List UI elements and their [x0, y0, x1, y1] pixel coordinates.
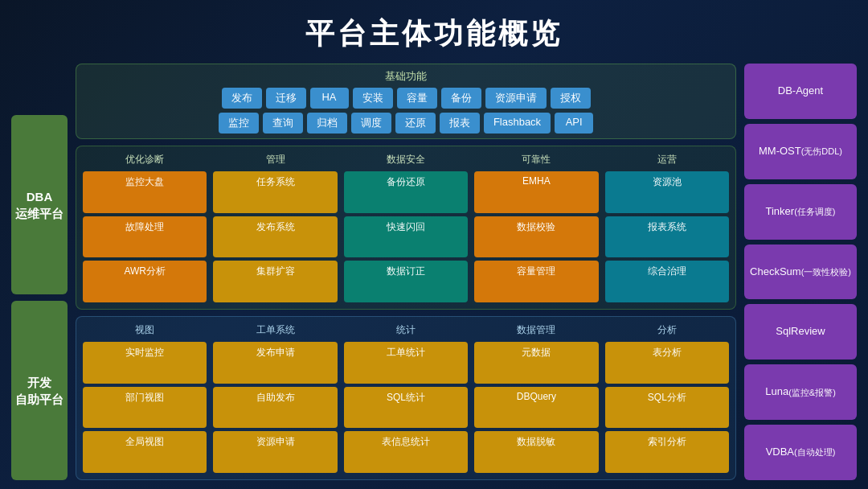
- dev-cell-bumenshipin[interactable]: 部门视图: [83, 387, 207, 429]
- main-container: DBA运维平台 开发自助平台 基础功能 发布 迁移 HA 安装 容量 备份 资源…: [0, 64, 868, 488]
- dev-cell-biaofenxi[interactable]: 表分析: [605, 342, 729, 384]
- dba-cell-shujudinzheng[interactable]: 数据订正: [344, 261, 468, 302]
- page-title: 平台主体功能概览: [0, 0, 868, 64]
- dev-cell-gongdantongji[interactable]: 工单统计: [344, 342, 468, 384]
- basic-functions-row1: 发布 迁移 HA 安装 容量 备份 资源申请 授权: [84, 88, 727, 109]
- dev-section: 视图 实时监控 部门视图 全局视图 工单系统 发布申请 自助发布 资源申请 统计…: [76, 316, 736, 480]
- func-btn-beifen[interactable]: 备份: [441, 88, 481, 109]
- dba-col-reliability: 可靠性 EMHA 数据校验 容量管理: [474, 153, 598, 302]
- dba-cell-awrfenxi[interactable]: AWR分析: [83, 261, 207, 302]
- dba-cols: 优化诊断 监控大盘 故障处理 AWR分析 管理 任务系统 发布系统 集群扩容 数…: [83, 153, 729, 302]
- dev-cell-suoyinfenxi[interactable]: 索引分析: [605, 431, 729, 473]
- dba-col-title-operations: 运营: [605, 153, 729, 166]
- dba-cell-kuaisushanhu[interactable]: 快速闪回: [344, 216, 468, 258]
- dba-col-management: 管理 任务系统 发布系统 集群扩容: [213, 153, 337, 302]
- dev-cell-shujutuomi[interactable]: 数据脱敏: [474, 431, 598, 473]
- dba-label: DBA运维平台: [11, 115, 68, 294]
- dba-cell-renwuxitong[interactable]: 任务系统: [213, 171, 337, 213]
- dev-col-datamanagement: 数据管理 元数据 DBQuery 数据脱敏: [474, 323, 598, 473]
- dba-cell-jiqunkuorong[interactable]: 集群扩容: [213, 261, 337, 302]
- dev-col-title-analysis: 分析: [605, 323, 729, 337]
- func-btn-shouquan[interactable]: 授权: [551, 88, 591, 109]
- dba-cell-guzhangchuli[interactable]: 故障处理: [83, 216, 207, 258]
- dev-cell-quanjushipin[interactable]: 全局视图: [83, 431, 207, 473]
- basic-functions-panel: 基础功能 发布 迁移 HA 安装 容量 备份 资源申请 授权 监控 查询 归档 …: [76, 64, 736, 139]
- dba-col-title-datasecurity: 数据安全: [344, 153, 468, 166]
- func-btn-chaxun[interactable]: 查询: [263, 113, 303, 134]
- func-btn-api[interactable]: API: [555, 113, 593, 134]
- dev-cell-dbquery[interactable]: DBQuery: [474, 387, 598, 429]
- dba-cell-baobiaoxitong[interactable]: 报表系统: [605, 216, 729, 258]
- dev-cell-ziyuanshenqing[interactable]: 资源申请: [213, 431, 337, 473]
- dev-label: 开发自助平台: [11, 301, 68, 480]
- dba-section: 优化诊断 监控大盘 故障处理 AWR分析 管理 任务系统 发布系统 集群扩容 数…: [76, 146, 736, 310]
- dba-cell-zonghezili[interactable]: 综合治理: [605, 261, 729, 302]
- dev-cols: 视图 实时监控 部门视图 全局视图 工单系统 发布申请 自助发布 资源申请 统计…: [83, 323, 729, 473]
- dba-col-title-reliability: 可靠性: [474, 153, 598, 166]
- dev-col-statistics: 统计 工单统计 SQL统计 表信息统计: [344, 323, 468, 473]
- dev-cell-fabushenqing[interactable]: 发布申请: [213, 342, 337, 384]
- right-btn-tinker[interactable]: Tinker(任务调度): [744, 184, 857, 240]
- func-btn-fabu[interactable]: 发布: [222, 88, 262, 109]
- dba-cell-shujujiaocheng[interactable]: 数据校验: [474, 216, 598, 258]
- right-panel: DB-Agent MM-OST(无伤DDL) Tinker(任务调度) Chec…: [744, 64, 857, 480]
- func-btn-rongliang[interactable]: 容量: [397, 88, 437, 109]
- func-btn-ha[interactable]: HA: [310, 88, 349, 109]
- dev-col-analysis: 分析 表分析 SQL分析 索引分析: [605, 323, 729, 473]
- right-btn-vdba[interactable]: VDBA(自动处理): [744, 425, 857, 480]
- func-btn-diaodu[interactable]: 调度: [351, 113, 391, 134]
- dba-col-datasecurity: 数据安全 备份还原 快速闪回 数据订正: [344, 153, 468, 302]
- basic-functions-title: 基础功能: [84, 69, 727, 84]
- dba-col-optimization: 优化诊断 监控大盘 故障处理 AWR分析: [83, 153, 207, 302]
- func-btn-jiankong[interactable]: 监控: [219, 113, 259, 134]
- dev-col-title-workorder: 工单系统: [213, 323, 337, 337]
- right-btn-sqlreview[interactable]: SqlReview: [744, 304, 857, 360]
- dba-cell-rongliangguli[interactable]: 容量管理: [474, 261, 598, 302]
- dba-cell-ziyuanchi[interactable]: 资源池: [605, 171, 729, 213]
- func-btn-flashback[interactable]: Flashback: [484, 113, 551, 134]
- dev-col-title-datamanagement: 数据管理: [474, 323, 598, 337]
- func-btn-huanyuan[interactable]: 还原: [395, 113, 436, 134]
- dba-col-title-management: 管理: [213, 153, 337, 166]
- dev-cell-shishijiankong[interactable]: 实时监控: [83, 342, 207, 384]
- dba-col-operations: 运营 资源池 报表系统 综合治理: [605, 153, 729, 302]
- func-btn-qianyi[interactable]: 迁移: [266, 88, 306, 109]
- right-btn-checksum[interactable]: CheckSum(一致性校验): [744, 244, 857, 300]
- dba-col-title-optimization: 优化诊断: [83, 153, 207, 166]
- right-btn-mmost[interactable]: MM-OST(无伤DDL): [744, 124, 857, 179]
- dba-cell-jiankongdapan[interactable]: 监控大盘: [83, 171, 207, 213]
- left-labels: DBA运维平台 开发自助平台: [11, 64, 68, 480]
- dev-cell-sqltongji[interactable]: SQL统计: [344, 387, 468, 429]
- dev-cell-zizhufahu[interactable]: 自助发布: [213, 387, 337, 429]
- center-area: 基础功能 发布 迁移 HA 安装 容量 备份 资源申请 授权 监控 查询 归档 …: [76, 64, 736, 480]
- func-btn-anzhuang[interactable]: 安装: [353, 88, 393, 109]
- dev-cell-yuanshuju[interactable]: 元数据: [474, 342, 598, 384]
- dev-col-views: 视图 实时监控 部门视图 全局视图: [83, 323, 207, 473]
- dev-cell-sqlfenxi[interactable]: SQL分析: [605, 387, 729, 429]
- basic-functions-row2: 监控 查询 归档 调度 还原 报表 Flashback API: [84, 113, 727, 134]
- right-btn-luna[interactable]: Luna(监控&报警): [744, 364, 857, 420]
- func-btn-guidang[interactable]: 归档: [307, 113, 347, 134]
- dba-cell-beifenhuanyuan[interactable]: 备份还原: [344, 171, 468, 213]
- func-btn-ziyuanshenqing[interactable]: 资源申请: [485, 88, 547, 109]
- dev-cell-biaoxinxitongji[interactable]: 表信息统计: [344, 431, 468, 473]
- dba-cell-fabuxitong[interactable]: 发布系统: [213, 216, 337, 258]
- func-btn-baobiao[interactable]: 报表: [440, 113, 480, 134]
- dev-col-workorder: 工单系统 发布申请 自助发布 资源申请: [213, 323, 337, 473]
- right-btn-dbagent[interactable]: DB-Agent: [744, 64, 857, 119]
- dev-col-title-views: 视图: [83, 323, 207, 337]
- dev-col-title-statistics: 统计: [344, 323, 468, 337]
- dba-cell-emha[interactable]: EMHA: [474, 171, 598, 213]
